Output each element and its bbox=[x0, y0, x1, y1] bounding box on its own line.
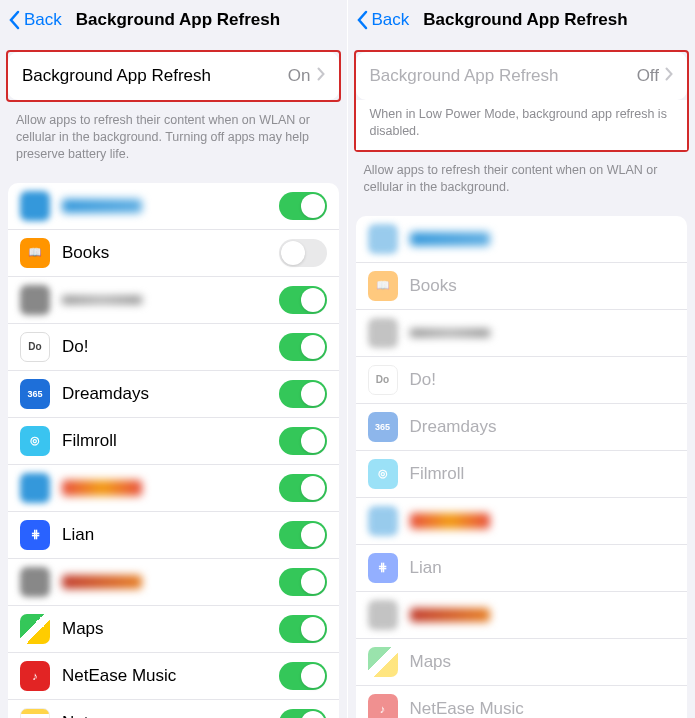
app-icon: 📖 bbox=[20, 238, 50, 268]
app-icon bbox=[20, 567, 50, 597]
app-row: 365Dreamdays bbox=[356, 404, 688, 451]
chevron-left-icon bbox=[356, 10, 368, 30]
app-name-label: NetEase Music bbox=[62, 666, 279, 686]
app-name-label: Dreamdays bbox=[62, 384, 279, 404]
app-icon: ◎ bbox=[368, 459, 398, 489]
redacted-name bbox=[62, 199, 142, 213]
app-toggle[interactable] bbox=[279, 521, 327, 549]
app-row: ♪NetEase Music bbox=[356, 686, 688, 719]
app-list: 📖BooksDoDo!365Dreamdays◎Filmroll⋕LianMap… bbox=[356, 216, 688, 719]
app-row: ◎Filmroll bbox=[356, 451, 688, 498]
panel-on: Back Background App Refresh Background A… bbox=[0, 0, 348, 718]
app-row: Notes bbox=[8, 700, 339, 718]
app-toggle[interactable] bbox=[279, 474, 327, 502]
app-row: Maps bbox=[356, 639, 688, 686]
low-power-text: When in Low Power Mode, background app r… bbox=[356, 100, 688, 150]
app-name-label: Notes bbox=[62, 713, 279, 718]
app-row: ⋕Lian bbox=[8, 512, 339, 559]
app-icon bbox=[368, 318, 398, 348]
app-icon: ♪ bbox=[368, 694, 398, 719]
bar-setting-label: Background App Refresh bbox=[22, 66, 211, 86]
app-icon bbox=[368, 506, 398, 536]
bar-setting-row[interactable]: Background App Refresh On bbox=[8, 52, 339, 100]
header: Back Background App Refresh bbox=[0, 0, 347, 40]
chevron-right-icon bbox=[317, 66, 325, 86]
panel-off: Back Background App Refresh Background A… bbox=[348, 0, 696, 718]
app-toggle[interactable] bbox=[279, 615, 327, 643]
explain-text: Allow apps to refresh their content when… bbox=[0, 104, 347, 167]
app-row: 📖Books bbox=[356, 263, 688, 310]
app-toggle[interactable] bbox=[279, 709, 327, 718]
redacted-name bbox=[62, 296, 142, 304]
app-icon: 365 bbox=[368, 412, 398, 442]
app-row bbox=[8, 277, 339, 324]
app-icon: 365 bbox=[20, 379, 50, 409]
redacted-name bbox=[410, 232, 490, 246]
app-icon: ◎ bbox=[20, 426, 50, 456]
bar-setting-row[interactable]: Background App Refresh Off bbox=[356, 52, 688, 100]
redacted-name bbox=[410, 608, 490, 622]
app-icon bbox=[368, 224, 398, 254]
app-toggle[interactable] bbox=[279, 662, 327, 690]
app-row: Maps bbox=[8, 606, 339, 653]
bar-setting-value: On bbox=[288, 66, 325, 86]
back-button[interactable]: Back bbox=[356, 10, 410, 30]
app-icon: ⋕ bbox=[368, 553, 398, 583]
app-name-label: NetEase Music bbox=[410, 699, 676, 719]
back-label: Back bbox=[24, 10, 62, 30]
app-icon: ⋕ bbox=[20, 520, 50, 550]
app-row bbox=[356, 498, 688, 545]
app-name-label: Books bbox=[62, 243, 279, 263]
chevron-right-icon bbox=[665, 66, 673, 86]
app-row: ◎Filmroll bbox=[8, 418, 339, 465]
app-icon: ♪ bbox=[20, 661, 50, 691]
app-row: DoDo! bbox=[8, 324, 339, 371]
app-row bbox=[8, 559, 339, 606]
app-name-label: Filmroll bbox=[62, 431, 279, 451]
redacted-name bbox=[410, 513, 490, 529]
redacted-name bbox=[410, 329, 490, 337]
app-toggle[interactable] bbox=[279, 568, 327, 596]
app-icon bbox=[20, 285, 50, 315]
header: Back Background App Refresh bbox=[348, 0, 696, 40]
app-icon: Do bbox=[20, 332, 50, 362]
app-list: 📖BooksDoDo!365Dreamdays◎Filmroll⋕LianMap… bbox=[8, 183, 339, 718]
bar-setting-value: Off bbox=[637, 66, 673, 86]
app-name-label: Lian bbox=[410, 558, 676, 578]
app-toggle[interactable] bbox=[279, 192, 327, 220]
app-name-label: Do! bbox=[410, 370, 676, 390]
app-icon bbox=[368, 647, 398, 677]
app-row bbox=[356, 592, 688, 639]
app-toggle[interactable] bbox=[279, 333, 327, 361]
app-row: 📖Books bbox=[8, 230, 339, 277]
app-toggle[interactable] bbox=[279, 286, 327, 314]
app-row bbox=[356, 310, 688, 357]
app-row bbox=[356, 216, 688, 263]
app-icon bbox=[20, 473, 50, 503]
back-button[interactable]: Back bbox=[8, 10, 62, 30]
app-icon: Do bbox=[368, 365, 398, 395]
back-label: Back bbox=[372, 10, 410, 30]
app-icon bbox=[20, 708, 50, 718]
app-icon bbox=[20, 614, 50, 644]
app-icon: 📖 bbox=[368, 271, 398, 301]
chevron-left-icon bbox=[8, 10, 20, 30]
highlighted-setting: Background App Refresh Off When in Low P… bbox=[354, 50, 690, 152]
app-name-label: Do! bbox=[62, 337, 279, 357]
app-row: DoDo! bbox=[356, 357, 688, 404]
app-name-label: Books bbox=[410, 276, 676, 296]
app-toggle[interactable] bbox=[279, 380, 327, 408]
app-name-label: Maps bbox=[410, 652, 676, 672]
app-row bbox=[8, 183, 339, 230]
app-icon bbox=[368, 600, 398, 630]
app-row: ⋕Lian bbox=[356, 545, 688, 592]
app-toggle[interactable] bbox=[279, 427, 327, 455]
app-toggle[interactable] bbox=[279, 239, 327, 267]
page-title: Background App Refresh bbox=[423, 10, 627, 30]
bar-setting-label: Background App Refresh bbox=[370, 66, 559, 86]
app-row: ♪NetEase Music bbox=[8, 653, 339, 700]
app-name-label: Dreamdays bbox=[410, 417, 676, 437]
app-icon bbox=[20, 191, 50, 221]
app-name-label: Maps bbox=[62, 619, 279, 639]
page-title: Background App Refresh bbox=[76, 10, 280, 30]
